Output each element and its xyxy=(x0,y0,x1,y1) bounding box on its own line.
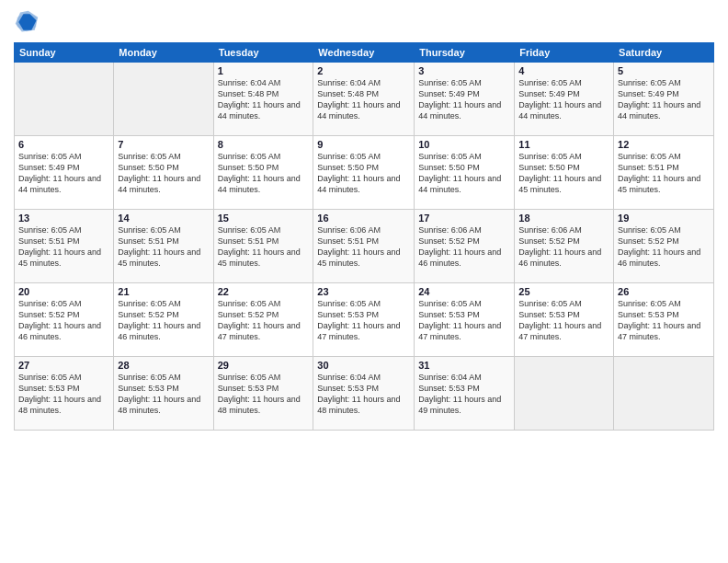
calendar-cell: 31Sunrise: 6:04 AM Sunset: 5:53 PM Dayli… xyxy=(415,357,515,431)
day-number: 18 xyxy=(518,213,609,224)
weekday-header-friday: Friday xyxy=(515,43,614,63)
calendar-cell: 2Sunrise: 6:04 AM Sunset: 5:48 PM Daylig… xyxy=(313,63,415,136)
calendar-cell xyxy=(515,357,614,431)
day-number: 15 xyxy=(218,213,310,224)
calendar-cell: 27Sunrise: 6:05 AM Sunset: 5:53 PM Dayli… xyxy=(15,357,114,431)
day-number: 5 xyxy=(618,65,710,76)
calendar-week-5: 27Sunrise: 6:05 AM Sunset: 5:53 PM Dayli… xyxy=(15,357,714,431)
day-info: Sunrise: 6:05 AM Sunset: 5:49 PM Dayligh… xyxy=(418,77,510,122)
day-number: 29 xyxy=(218,360,310,371)
day-number: 12 xyxy=(618,139,710,150)
weekday-header-tuesday: Tuesday xyxy=(213,43,313,63)
day-number: 26 xyxy=(618,286,710,297)
weekday-header-monday: Monday xyxy=(114,43,213,63)
day-info: Sunrise: 6:05 AM Sunset: 5:49 PM Dayligh… xyxy=(18,151,109,196)
calendar-cell: 19Sunrise: 6:05 AM Sunset: 5:52 PM Dayli… xyxy=(614,210,714,283)
weekday-header-saturday: Saturday xyxy=(614,43,714,63)
day-number: 3 xyxy=(418,65,510,76)
day-number: 31 xyxy=(418,360,510,371)
day-info: Sunrise: 6:05 AM Sunset: 5:52 PM Dayligh… xyxy=(218,298,310,343)
calendar-week-1: 1Sunrise: 6:04 AM Sunset: 5:48 PM Daylig… xyxy=(15,63,714,136)
calendar-cell: 10Sunrise: 6:05 AM Sunset: 5:50 PM Dayli… xyxy=(415,136,515,210)
day-info: Sunrise: 6:05 AM Sunset: 5:50 PM Dayligh… xyxy=(418,151,510,196)
calendar-cell xyxy=(15,63,114,136)
day-info: Sunrise: 6:04 AM Sunset: 5:53 PM Dayligh… xyxy=(317,372,410,417)
calendar-cell: 24Sunrise: 6:05 AM Sunset: 5:53 PM Dayli… xyxy=(415,283,515,357)
day-info: Sunrise: 6:05 AM Sunset: 5:51 PM Dayligh… xyxy=(618,151,710,196)
day-number: 10 xyxy=(418,139,510,150)
day-number: 22 xyxy=(218,286,310,297)
weekday-header-sunday: Sunday xyxy=(15,43,114,63)
calendar-cell: 17Sunrise: 6:06 AM Sunset: 5:52 PM Dayli… xyxy=(415,210,515,283)
day-number: 21 xyxy=(118,286,209,297)
day-number: 14 xyxy=(118,213,209,224)
calendar-cell: 13Sunrise: 6:05 AM Sunset: 5:51 PM Dayli… xyxy=(15,210,114,283)
calendar-cell: 11Sunrise: 6:05 AM Sunset: 5:50 PM Dayli… xyxy=(515,136,614,210)
calendar-cell: 14Sunrise: 6:05 AM Sunset: 5:51 PM Dayli… xyxy=(114,210,213,283)
calendar-header-row: SundayMondayTuesdayWednesdayThursdayFrid… xyxy=(15,43,714,63)
calendar-cell: 7Sunrise: 6:05 AM Sunset: 5:50 PM Daylig… xyxy=(114,136,213,210)
day-number: 9 xyxy=(317,139,410,150)
calendar-cell: 6Sunrise: 6:05 AM Sunset: 5:49 PM Daylig… xyxy=(15,136,114,210)
day-info: Sunrise: 6:06 AM Sunset: 5:52 PM Dayligh… xyxy=(518,224,609,270)
calendar-cell: 25Sunrise: 6:05 AM Sunset: 5:53 PM Dayli… xyxy=(515,283,614,357)
day-info: Sunrise: 6:06 AM Sunset: 5:51 PM Dayligh… xyxy=(317,224,410,270)
page: SundayMondayTuesdayWednesdayThursdayFrid… xyxy=(0,0,728,563)
calendar-cell: 26Sunrise: 6:05 AM Sunset: 5:53 PM Dayli… xyxy=(614,283,714,357)
calendar-cell: 23Sunrise: 6:05 AM Sunset: 5:53 PM Dayli… xyxy=(313,283,415,357)
day-number: 6 xyxy=(18,139,109,150)
day-number: 28 xyxy=(118,360,209,371)
day-info: Sunrise: 6:04 AM Sunset: 5:48 PM Dayligh… xyxy=(317,77,410,122)
calendar-cell: 9Sunrise: 6:05 AM Sunset: 5:50 PM Daylig… xyxy=(313,136,415,210)
day-number: 2 xyxy=(317,65,410,76)
calendar-cell: 3Sunrise: 6:05 AM Sunset: 5:49 PM Daylig… xyxy=(415,63,515,136)
day-info: Sunrise: 6:04 AM Sunset: 5:53 PM Dayligh… xyxy=(418,372,510,417)
day-info: Sunrise: 6:05 AM Sunset: 5:49 PM Dayligh… xyxy=(518,77,609,122)
day-info: Sunrise: 6:05 AM Sunset: 5:53 PM Dayligh… xyxy=(218,372,310,417)
day-number: 23 xyxy=(317,286,410,297)
calendar: SundayMondayTuesdayWednesdayThursdayFrid… xyxy=(14,42,714,431)
calendar-week-3: 13Sunrise: 6:05 AM Sunset: 5:51 PM Dayli… xyxy=(15,210,714,283)
calendar-cell xyxy=(614,357,714,431)
day-info: Sunrise: 6:05 AM Sunset: 5:53 PM Dayligh… xyxy=(18,372,109,417)
day-number: 24 xyxy=(418,286,510,297)
day-info: Sunrise: 6:05 AM Sunset: 5:52 PM Dayligh… xyxy=(118,298,209,343)
calendar-cell xyxy=(114,63,213,136)
calendar-cell: 4Sunrise: 6:05 AM Sunset: 5:49 PM Daylig… xyxy=(515,63,614,136)
day-info: Sunrise: 6:05 AM Sunset: 5:53 PM Dayligh… xyxy=(317,298,410,343)
day-info: Sunrise: 6:05 AM Sunset: 5:49 PM Dayligh… xyxy=(618,77,710,122)
day-info: Sunrise: 6:05 AM Sunset: 5:51 PM Dayligh… xyxy=(118,224,209,270)
calendar-cell: 22Sunrise: 6:05 AM Sunset: 5:52 PM Dayli… xyxy=(213,283,313,357)
weekday-header-wednesday: Wednesday xyxy=(313,43,415,63)
day-number: 19 xyxy=(618,213,710,224)
day-info: Sunrise: 6:05 AM Sunset: 5:50 PM Dayligh… xyxy=(218,151,310,196)
calendar-cell: 16Sunrise: 6:06 AM Sunset: 5:51 PM Dayli… xyxy=(313,210,415,283)
logo xyxy=(14,9,43,35)
day-info: Sunrise: 6:05 AM Sunset: 5:51 PM Dayligh… xyxy=(18,224,109,270)
day-info: Sunrise: 6:05 AM Sunset: 5:50 PM Dayligh… xyxy=(118,151,209,196)
day-number: 30 xyxy=(317,360,410,371)
calendar-cell: 21Sunrise: 6:05 AM Sunset: 5:52 PM Dayli… xyxy=(114,283,213,357)
day-info: Sunrise: 6:05 AM Sunset: 5:50 PM Dayligh… xyxy=(518,151,609,196)
day-info: Sunrise: 6:06 AM Sunset: 5:52 PM Dayligh… xyxy=(418,224,510,270)
calendar-cell: 12Sunrise: 6:05 AM Sunset: 5:51 PM Dayli… xyxy=(614,136,714,210)
logo-icon xyxy=(14,9,40,35)
day-info: Sunrise: 6:05 AM Sunset: 5:53 PM Dayligh… xyxy=(118,372,209,417)
day-info: Sunrise: 6:04 AM Sunset: 5:48 PM Dayligh… xyxy=(218,77,310,122)
day-number: 16 xyxy=(317,213,410,224)
calendar-cell: 1Sunrise: 6:04 AM Sunset: 5:48 PM Daylig… xyxy=(213,63,313,136)
weekday-header-thursday: Thursday xyxy=(415,43,515,63)
day-number: 1 xyxy=(218,65,310,76)
day-info: Sunrise: 6:05 AM Sunset: 5:53 PM Dayligh… xyxy=(618,298,710,343)
calendar-cell: 20Sunrise: 6:05 AM Sunset: 5:52 PM Dayli… xyxy=(15,283,114,357)
day-number: 7 xyxy=(118,139,209,150)
calendar-cell: 30Sunrise: 6:04 AM Sunset: 5:53 PM Dayli… xyxy=(313,357,415,431)
day-number: 25 xyxy=(518,286,609,297)
day-info: Sunrise: 6:05 AM Sunset: 5:53 PM Dayligh… xyxy=(518,298,609,343)
calendar-cell: 29Sunrise: 6:05 AM Sunset: 5:53 PM Dayli… xyxy=(213,357,313,431)
calendar-cell: 28Sunrise: 6:05 AM Sunset: 5:53 PM Dayli… xyxy=(114,357,213,431)
day-number: 4 xyxy=(518,65,609,76)
day-info: Sunrise: 6:05 AM Sunset: 5:52 PM Dayligh… xyxy=(618,224,710,270)
calendar-week-4: 20Sunrise: 6:05 AM Sunset: 5:52 PM Dayli… xyxy=(15,283,714,357)
day-info: Sunrise: 6:05 AM Sunset: 5:51 PM Dayligh… xyxy=(218,224,310,270)
